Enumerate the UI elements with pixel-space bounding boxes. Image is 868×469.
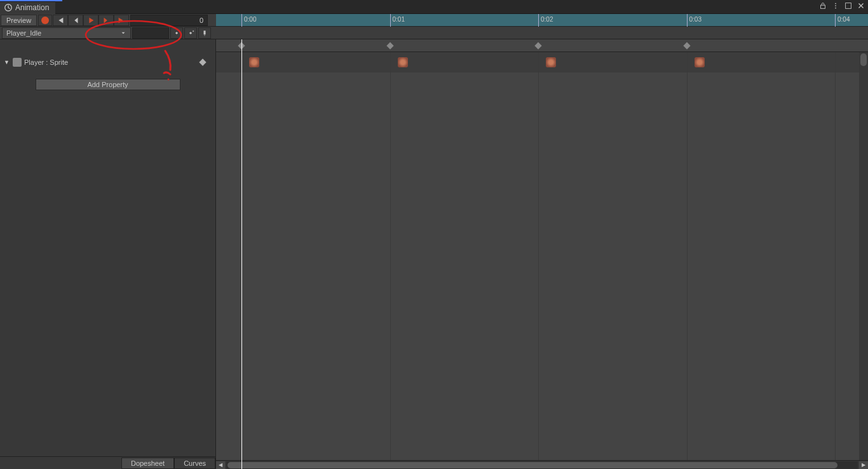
preview-label: Preview [6, 17, 31, 24]
keyframe-diamond[interactable] [683, 42, 690, 49]
frame-line [687, 72, 688, 460]
tab-active-indicator [0, 0, 62, 1]
keyframe-options-button[interactable] [170, 27, 183, 39]
clip-name: Player_Idle [6, 29, 41, 37]
add-keyframe-button[interactable] [184, 27, 197, 39]
prev-frame-button[interactable] [68, 15, 83, 26]
svg-rect-1 [821, 5, 825, 8]
scrollbar-thumb[interactable] [227, 462, 837, 468]
current-frame-field[interactable]: 0 [130, 15, 208, 26]
first-frame-button[interactable] [53, 15, 68, 26]
record-icon [41, 17, 49, 24]
add-property-button[interactable]: Add Property [36, 79, 180, 90]
clip-toolbar: Player_Idle [0, 27, 216, 39]
sprite-keyframe-thumb[interactable] [249, 57, 259, 67]
animation-tab[interactable]: Animation [0, 1, 55, 14]
scroll-left-icon[interactable]: ◀ [216, 461, 225, 469]
frame-line [835, 52, 836, 72]
curves-label: Curves [184, 459, 206, 467]
frame-line [390, 72, 391, 460]
next-frame-button[interactable] [98, 15, 114, 26]
maximize-icon[interactable] [844, 1, 853, 10]
chevron-down-icon [120, 30, 126, 36]
dopesheet-tab[interactable]: Dopesheet [121, 458, 174, 469]
main-area: ▼ Player : Sprite Add Property Dopesheet… [0, 39, 868, 469]
time-ruler[interactable]: 0:000:010:020:030:04 [216, 14, 868, 27]
window-controls [818, 1, 865, 10]
record-button[interactable] [38, 15, 52, 26]
bottom-tabs: Dopesheet Curves [0, 456, 215, 469]
ruler-tick: 0:02 [538, 14, 553, 27]
preview-button[interactable]: Preview [1, 15, 37, 26]
sprite-keyframe-thumb[interactable] [398, 57, 408, 67]
property-panel: ▼ Player : Sprite Add Property Dopesheet… [0, 39, 216, 469]
timeline-panel: ◀ ▶ [216, 39, 868, 469]
svg-point-3 [835, 5, 836, 6]
clock-icon [4, 3, 13, 12]
dopesheet-label: Dopesheet [131, 459, 165, 467]
frame-line [835, 72, 836, 460]
sample-field[interactable] [132, 27, 169, 39]
keyframe-diamond[interactable] [386, 42, 393, 49]
keyframe-diamond[interactable] [534, 42, 541, 49]
svg-rect-6 [175, 31, 178, 34]
ruler-tick: 0:04 [835, 14, 850, 27]
clip-dropdown[interactable]: Player_Idle [2, 27, 131, 39]
frame-line [538, 52, 539, 72]
property-list: ▼ Player : Sprite Add Property [0, 39, 215, 456]
property-label: Player : Sprite [24, 58, 68, 66]
track-area[interactable] [216, 72, 868, 460]
sprite-keyframe-track[interactable] [216, 52, 868, 72]
svg-rect-8 [204, 31, 206, 34]
sprite-keyframe-thumb[interactable] [546, 57, 556, 67]
scrollbar-track[interactable] [226, 461, 858, 469]
frame-line [687, 52, 688, 72]
sprite-thumbnail-icon [13, 58, 22, 67]
event-track[interactable] [216, 27, 868, 39]
master-keyframe-track[interactable] [216, 39, 868, 52]
property-row-sprite[interactable]: ▼ Player : Sprite [0, 53, 215, 71]
ruler-tick: 0:03 [687, 14, 702, 27]
horizontal-scrollbar[interactable]: ◀ ▶ [216, 460, 868, 469]
svg-rect-7 [189, 31, 192, 34]
ruler-tick: 0:01 [390, 14, 405, 27]
curves-tab[interactable]: Curves [174, 458, 215, 469]
tab-label: Animation [15, 3, 49, 12]
transport-toolbar: Preview 0 [0, 14, 216, 27]
tab-bar: Animation [0, 0, 868, 14]
svg-rect-5 [846, 3, 851, 9]
keyframe-indicator-icon[interactable] [199, 58, 206, 65]
vertical-scrollbar[interactable] [859, 52, 868, 460]
frame-line [390, 52, 391, 72]
play-button[interactable] [83, 15, 98, 26]
expand-arrow-icon[interactable]: ▼ [4, 59, 10, 65]
playhead[interactable] [241, 39, 242, 469]
lock-icon[interactable] [818, 1, 827, 10]
close-icon[interactable] [857, 1, 865, 10]
vscrollbar-thumb[interactable] [860, 53, 867, 66]
menu-icon[interactable] [831, 1, 840, 10]
add-event-button[interactable] [198, 27, 211, 39]
add-property-label: Add Property [87, 81, 128, 88]
svg-point-2 [835, 3, 836, 4]
svg-point-4 [835, 8, 836, 9]
frame-line [538, 72, 539, 460]
scroll-right-icon[interactable]: ▶ [859, 461, 868, 469]
ruler-tick: 0:00 [241, 14, 256, 27]
frame-value: 0 [200, 17, 203, 24]
last-frame-button[interactable] [114, 15, 129, 26]
sprite-keyframe-thumb[interactable] [695, 57, 705, 67]
